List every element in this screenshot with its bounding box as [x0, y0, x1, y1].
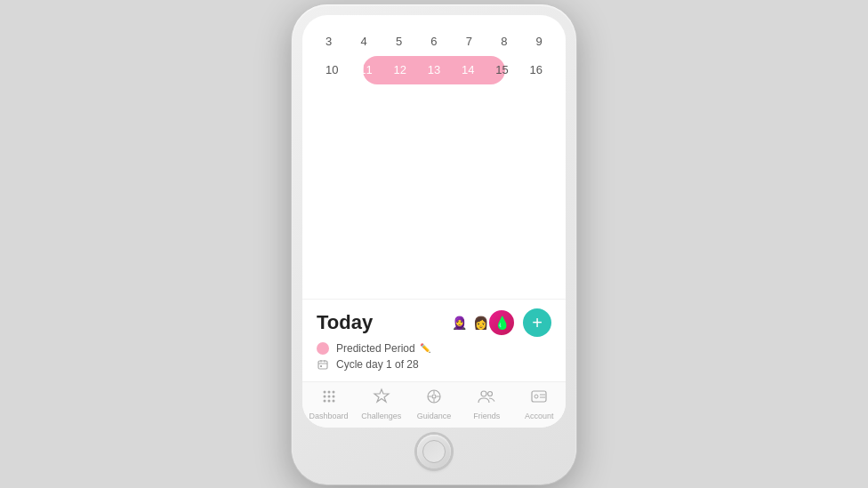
guidance-icon [425, 388, 443, 410]
day-15: 15 [486, 58, 518, 83]
tab-dashboard[interactable]: Dashboard [307, 388, 351, 420]
add-button[interactable]: + [523, 308, 551, 337]
svg-point-11 [323, 399, 326, 402]
cycle-day-row: Cycle day 1 of 28 [317, 358, 551, 371]
tab-account[interactable]: Account [517, 388, 561, 420]
today-actions: + [445, 308, 551, 337]
account-icon [530, 388, 548, 410]
day-12: 12 [384, 58, 416, 83]
day-7: 7 [453, 29, 485, 54]
day-9: 9 [523, 29, 555, 54]
calendar-week-1: 3 4 5 6 7 8 9 [311, 28, 557, 56]
calendar: 3 4 5 6 7 8 9 10 11 12 13 14 15 16 [302, 15, 566, 299]
tab-bar: Dashboard Challenges [302, 381, 566, 428]
edit-icon[interactable]: ✏️ [420, 343, 430, 353]
today-header: Today + [317, 308, 551, 337]
day-3: 3 [313, 29, 345, 54]
svg-rect-0 [318, 361, 327, 369]
tab-dashboard-label: Dashboard [309, 412, 349, 420]
home-button[interactable] [417, 435, 451, 468]
day-14: 14 [452, 58, 484, 83]
period-dot-icon [317, 342, 329, 355]
home-button-inner [422, 440, 446, 463]
avatar-droplet [487, 308, 516, 337]
day-13: 13 [418, 58, 450, 83]
tab-account-label: Account [525, 412, 554, 420]
svg-point-15 [432, 395, 436, 398]
day-8: 8 [488, 29, 520, 54]
day-16: 16 [520, 58, 552, 83]
phone-screen: 3 4 5 6 7 8 9 10 11 12 13 14 15 16 [302, 15, 566, 428]
home-button-area [302, 428, 566, 474]
dashboard-icon [320, 388, 338, 410]
svg-point-8 [323, 395, 326, 397]
calendar-week-2: 10 11 12 13 14 15 16 [311, 56, 557, 84]
day-4: 4 [348, 29, 380, 54]
svg-point-6 [327, 390, 330, 393]
predicted-period-label: Predicted Period [336, 342, 415, 355]
tab-challenges[interactable]: Challenges [359, 388, 404, 420]
svg-point-9 [327, 395, 330, 397]
svg-point-7 [332, 390, 334, 393]
friends-icon [478, 388, 495, 410]
svg-rect-22 [532, 391, 546, 402]
avatar-group [445, 308, 516, 337]
svg-point-20 [481, 391, 486, 396]
svg-point-10 [332, 395, 334, 397]
tab-guidance[interactable]: Guidance [412, 388, 456, 420]
calendar-icon [317, 358, 329, 371]
predicted-period-row: Predicted Period ✏️ [317, 342, 551, 355]
tab-challenges-label: Challenges [361, 412, 401, 420]
svg-point-5 [323, 390, 326, 393]
svg-point-21 [488, 391, 493, 396]
svg-rect-4 [320, 365, 322, 367]
day-10: 10 [316, 58, 348, 83]
tab-guidance-label: Guidance [417, 412, 452, 420]
tab-friends[interactable]: Friends [464, 388, 509, 420]
day-6: 6 [418, 29, 450, 54]
svg-point-12 [327, 399, 330, 402]
svg-point-23 [534, 395, 538, 398]
tab-friends-label: Friends [473, 412, 500, 420]
day-5: 5 [383, 29, 415, 54]
phone-frame: 3 4 5 6 7 8 9 10 11 12 13 14 15 16 [292, 4, 576, 484]
cycle-day-label: Cycle day 1 of 28 [336, 358, 419, 371]
day-11: 11 [350, 58, 382, 83]
svg-point-13 [332, 399, 334, 402]
challenges-icon [373, 388, 390, 410]
today-title: Today [317, 311, 373, 334]
today-section: Today + Predicted Period ✏️ [302, 299, 566, 381]
